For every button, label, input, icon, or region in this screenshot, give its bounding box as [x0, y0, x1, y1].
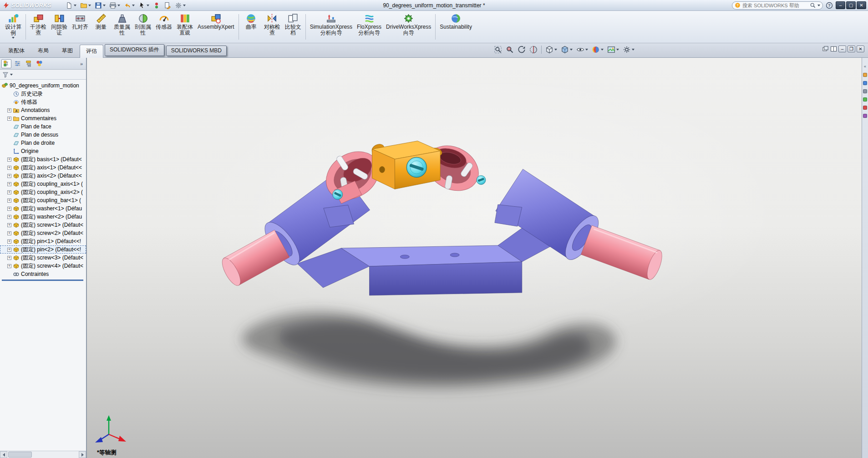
expand-icon[interactable]: +	[7, 198, 11, 203]
tree-item-screw-3[interactable]: +(固定) screw<3> (Défaut<	[0, 254, 86, 262]
tree-item-origine[interactable]: Origine	[0, 147, 86, 155]
help-button[interactable]: ?	[825, 2, 833, 9]
file-properties-button[interactable]	[162, 1, 173, 10]
view-palette-icon[interactable]	[863, 97, 867, 102]
tree-item-history[interactable]: 历史记录	[0, 90, 86, 98]
assemblyxpert-button[interactable]: AssemblyXpert	[195, 12, 237, 42]
tree-item-axis-1[interactable]: +(固定) axis<1> (Défaut<<	[0, 163, 86, 172]
model-coupling-block[interactable]	[371, 141, 443, 189]
task-pane-expand-button[interactable]: «	[864, 64, 866, 69]
tree-item-coupling-axis-2[interactable]: +(固定) coupling_axis<2> (	[0, 188, 86, 196]
tree-item-screw-2[interactable]: +(固定) screw<2> (Défaut<	[0, 229, 86, 237]
resources-icon[interactable]	[863, 73, 867, 77]
select-button[interactable]	[137, 1, 151, 10]
tree-item-plan-de-face[interactable]: Plan de face	[0, 122, 86, 131]
close-button[interactable]: ✕	[857, 1, 866, 9]
viewport-canvas[interactable]	[87, 58, 862, 458]
expand-icon[interactable]: +	[7, 215, 11, 219]
maximize-button[interactable]: ▢	[846, 1, 856, 9]
tab-solidworks-addins[interactable]: SOLIDWORKS 插件	[105, 44, 164, 56]
tree-item-pin-2[interactable]: +(固定) pin<2> (Défaut<<!	[0, 245, 86, 254]
expand-icon[interactable]: +	[7, 207, 11, 211]
tree-item-washer-1[interactable]: +(固定) washer<1> (Défau	[0, 204, 86, 213]
section-props-button[interactable]: 剖面属 性	[132, 12, 153, 42]
tree-item-sensors[interactable]: 传感器	[0, 98, 86, 106]
model-right-yoke-ear[interactable]	[495, 204, 522, 226]
panel-tab-property-manager[interactable]	[12, 59, 22, 68]
edit-appearance-button[interactable]	[590, 45, 605, 55]
simulationxpress-button[interactable]: SimulationXpress 分析向导	[308, 12, 355, 42]
expand-icon[interactable]: +	[7, 182, 11, 186]
curvature-button[interactable]: 曲率	[241, 12, 262, 42]
cascade-button[interactable]	[822, 46, 829, 52]
tab-sketch[interactable]: 草图	[56, 44, 79, 57]
tree-end-bar[interactable]	[2, 280, 83, 281]
new-button[interactable]	[64, 1, 78, 10]
print-button[interactable]	[108, 1, 122, 10]
pane-button[interactable]	[830, 46, 837, 52]
tab-assembly[interactable]: 装配体	[2, 44, 31, 57]
rebuild-button[interactable]	[152, 1, 162, 10]
zoom-fit-button[interactable]	[492, 45, 503, 55]
scroll-track[interactable]	[7, 451, 79, 458]
mass-props-button[interactable]: 质量属 性	[112, 12, 132, 42]
expand-icon[interactable]: +	[7, 264, 11, 268]
panel-tab-display-manager[interactable]	[34, 59, 44, 68]
doc-minimize-button[interactable]: –	[838, 46, 846, 52]
tree-item-annotations[interactable]: +AAnnotations	[0, 106, 86, 114]
search-icon[interactable]	[810, 2, 816, 8]
filter-icon[interactable]	[2, 71, 9, 78]
tree-item-root[interactable]: 90_degrees_uniform_motion	[0, 81, 86, 90]
appearances-icon[interactable]	[863, 106, 867, 110]
tab-evaluate[interactable]: 评估	[80, 45, 103, 58]
tree-item-axis-2[interactable]: +(固定) axis<2> (Défaut<<	[0, 172, 86, 180]
design-study-button[interactable]: 设计算 例	[3, 12, 24, 42]
zoom-area-button[interactable]	[504, 45, 515, 55]
viewport[interactable]: *等轴测	[87, 58, 862, 458]
options-button[interactable]	[173, 1, 187, 10]
scroll-thumb[interactable]	[8, 452, 32, 458]
minimize-button[interactable]: –	[836, 1, 845, 9]
tree-item-plan-de-droite[interactable]: Plan de droite	[0, 139, 86, 147]
view-settings-button[interactable]	[621, 45, 636, 55]
tree-item-coupling-axis-1[interactable]: +(固定) coupling_axis<1> (	[0, 180, 86, 188]
search-caret-icon[interactable]	[817, 5, 820, 6]
display-style-button[interactable]	[559, 45, 574, 55]
save-button[interactable]	[93, 1, 107, 10]
help-search-box[interactable]: ?	[732, 1, 823, 10]
driveworksxpress-button[interactable]: DriveWorksXpress 向导	[384, 12, 433, 42]
measure-button[interactable]: 测量	[91, 12, 112, 42]
file-explorer-icon[interactable]	[863, 89, 867, 93]
tree-item-washer-2[interactable]: +(固定) washer<2> (Défau	[0, 213, 86, 221]
expand-icon[interactable]: +	[7, 248, 11, 252]
expand-icon[interactable]: +	[7, 239, 11, 244]
expand-icon[interactable]: +	[7, 166, 11, 170]
expand-icon[interactable]: +	[7, 117, 11, 121]
tree-item-basis-1[interactable]: +(固定) basis<1> (Défaut<	[0, 155, 86, 163]
interference-button[interactable]: 干涉检 查	[28, 12, 49, 42]
clearance-button[interactable]: 间隙验 证	[49, 12, 70, 42]
model-right-shaft[interactable]	[581, 225, 665, 281]
tab-solidworks-mbd[interactable]: SOLIDWORKS MBD	[166, 46, 227, 56]
open-button[interactable]	[79, 1, 92, 10]
design-library-icon[interactable]	[863, 81, 867, 85]
tree-item-contraintes[interactable]: Contraintes	[0, 270, 86, 278]
section-view-button[interactable]	[528, 45, 539, 55]
previous-view-button[interactable]	[516, 45, 527, 55]
tree-item-pin-1[interactable]: +(固定) pin<1> (Défaut<<!	[0, 237, 86, 245]
view-orientation-button[interactable]	[544, 45, 558, 55]
floxpress-button[interactable]: FloXpress 分析向导	[355, 12, 384, 42]
doc-close-button[interactable]: ✕	[857, 46, 864, 52]
apply-scene-button[interactable]	[606, 45, 620, 55]
panel-tab-feature-manager[interactable]	[1, 59, 11, 68]
tree-item-screw-1[interactable]: +(固定) screw<1> (Défaut<	[0, 221, 86, 229]
expand-icon[interactable]: +	[7, 190, 11, 194]
hide-show-button[interactable]	[575, 45, 589, 55]
custom-properties-icon[interactable]	[863, 114, 867, 118]
doc-restore-button[interactable]: ❐	[848, 46, 855, 52]
sustainability-button[interactable]: Sustainability	[437, 12, 474, 42]
expand-icon[interactable]: +	[7, 231, 11, 235]
compare-button[interactable]: 比较文 档	[283, 12, 304, 42]
hole-align-button[interactable]: 孔对齐	[70, 12, 91, 42]
tree-item-screw-4[interactable]: +(固定) screw<4> (Défaut<	[0, 262, 86, 270]
